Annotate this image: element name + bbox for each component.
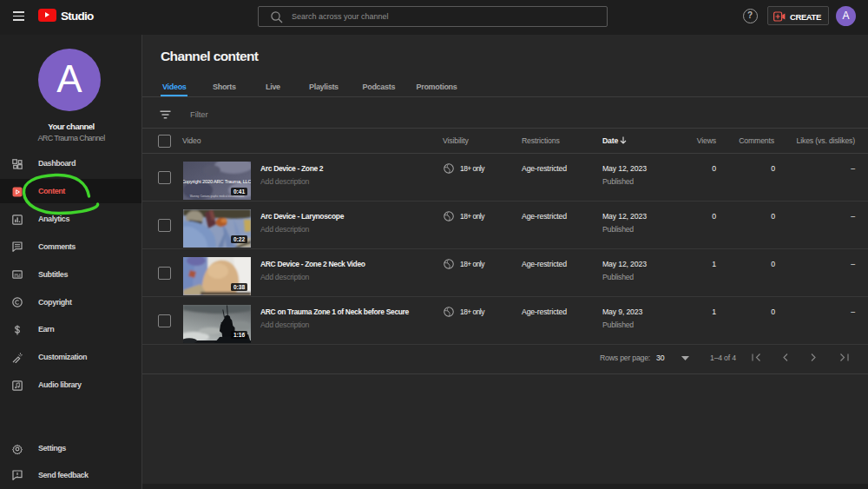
svg-text:0:41: 0:41 xyxy=(233,188,246,195)
svg-text:0:22: 0:22 xyxy=(233,236,246,242)
svg-text:1:16: 1:16 xyxy=(233,332,246,338)
svg-text:0:38: 0:38 xyxy=(233,284,246,290)
svg-text:Copyright 2020 ARC Trauma, LLC: Copyright 2020 ARC Trauma, LLC. xyxy=(183,179,251,184)
